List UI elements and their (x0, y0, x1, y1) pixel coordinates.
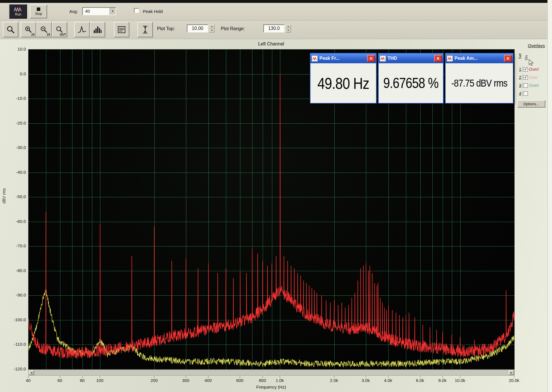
chart-title: Left Channel (28, 41, 514, 47)
zoom-in-2x-button[interactable]: 2X (21, 22, 36, 37)
avg-dropdown[interactable]: 40 ▼ (82, 7, 116, 15)
x-tick-label: 300 (176, 378, 196, 383)
scroll-right-arrow-icon[interactable]: ► (509, 370, 514, 375)
plot-top-label: Plot Top: (157, 26, 175, 31)
y-tick-label: -10.0 (7, 96, 26, 101)
magnify-button[interactable] (3, 22, 18, 37)
overlays-set-column-label: Set (518, 53, 522, 59)
y-tick-label: -120.0 (7, 366, 26, 371)
meter-title: Peak Fr... (319, 56, 365, 61)
vertical-scale-button[interactable] (137, 22, 153, 37)
x-tick-label: 6.0k (410, 378, 430, 383)
spinner-up-icon[interactable]: ▲ (285, 24, 291, 28)
x-tick-label: 3.0k (356, 378, 376, 383)
x-tick-label: 80 (72, 378, 92, 383)
spinner-up-icon[interactable]: ▲ (209, 24, 214, 28)
stop-button[interactable]: Stop (30, 5, 47, 18)
x-tick-label: 100 (90, 378, 110, 383)
meter-title: THD (388, 56, 432, 61)
overlay-4-on-checkbox[interactable] (524, 91, 528, 96)
overlay-4-number[interactable]: 4 (517, 91, 522, 96)
run-waveform-icon (14, 7, 22, 12)
overlays-on-column-label: On (524, 55, 528, 60)
overlay-1-on-checkbox[interactable]: ✓ (524, 67, 528, 72)
plot-range-input[interactable]: 130.0 (263, 24, 285, 32)
x-tick-mark (420, 376, 420, 378)
list-icon (117, 26, 126, 34)
bar-chart-icon (93, 26, 102, 34)
thd-titlebar[interactable]: THD ✕ (379, 53, 443, 63)
meter-body: 49.80 Hz (310, 63, 376, 103)
spinner-down-icon[interactable]: ▼ (209, 28, 214, 32)
x-tick-label: 20.0k (504, 378, 524, 383)
x-tick-mark (442, 376, 443, 378)
peak-frequency-window[interactable]: Peak Fr... ✕ 49.80 Hz (310, 53, 377, 104)
peak-amplitude-titlebar[interactable]: Peak Am... ✕ (446, 53, 513, 63)
plot-top-spinner[interactable]: ▲ ▼ (209, 24, 214, 32)
meter-window-icon (312, 56, 318, 62)
close-icon[interactable]: ✕ (434, 55, 442, 62)
x-tick-label: 400 (198, 378, 218, 383)
close-icon[interactable]: ✕ (504, 55, 512, 62)
bar-display-mode-button[interactable] (90, 22, 105, 37)
avg-label: Avg: (69, 9, 78, 14)
thd-window[interactable]: THD ✕ 9.67658 % (378, 53, 444, 104)
spinner-down-icon[interactable]: ▼ (285, 28, 291, 32)
run-button[interactable]: Run (9, 4, 27, 19)
overlay-3-label: Overl (529, 83, 538, 88)
dropdown-arrow-icon[interactable]: ▼ (110, 8, 116, 15)
x-tick-mark (262, 376, 263, 378)
overlay-row-2: 2 ✓ Over (517, 74, 552, 81)
vertical-scale-icon (141, 25, 149, 34)
plot-range-spinner[interactable]: ▲ ▼ (285, 24, 291, 32)
meter-body: -87.75 dBV rms (446, 63, 513, 103)
overlay-1-number[interactable]: 1 (517, 66, 522, 72)
overlay-row-3: 3 Overl (517, 82, 552, 89)
y-tick-label: -80.0 (7, 268, 26, 273)
plot-top-input[interactable]: 10.00 (187, 24, 208, 32)
trace-left-channel-spectrum (28, 74, 514, 359)
y-tick-label: -70.0 (7, 243, 26, 248)
x-tick-mark (280, 376, 280, 378)
zoom-out-icon (40, 26, 48, 33)
options-button[interactable]: Options... (517, 100, 545, 108)
overlays-heading[interactable]: Overlays (528, 43, 545, 48)
overlay-2-number[interactable]: 2 (517, 74, 522, 80)
x-tick-mark (514, 376, 514, 378)
y-tick-label: 0.0 (7, 71, 26, 76)
screen-right-edge (547, 0, 552, 392)
checkmark-icon: ✓ (524, 67, 527, 71)
plot-h-scrollbar[interactable]: ◄ ► (28, 370, 515, 376)
y-axis-title: dBV rms (2, 183, 7, 209)
zoom-out-full-button[interactable]: OUT (52, 22, 67, 37)
zoom-full-caption: OUT (60, 33, 66, 36)
checkmark-icon: ✓ (524, 75, 527, 79)
peak-amplitude-window[interactable]: Peak Am... ✕ -87.75 dBV rms (445, 53, 513, 104)
close-icon[interactable]: ✕ (367, 55, 375, 62)
peak-hold-checkbox[interactable] (134, 8, 139, 13)
x-tick-mark (82, 376, 83, 378)
x-tick-mark (460, 376, 460, 378)
overlay-2-label: Over (529, 75, 538, 80)
plot-toolbar: 2X 2X OUT (0, 20, 552, 39)
thd-value: 9.67658 % (383, 75, 438, 91)
zoom-full-icon (56, 26, 63, 33)
x-tick-mark (100, 376, 100, 378)
peak-trace-mode-button[interactable] (74, 22, 90, 37)
x-tick-mark (366, 376, 366, 378)
peak-frequency-value: 49.80 Hz (317, 74, 369, 93)
x-tick-label: 60 (50, 378, 70, 383)
peak-frequency-titlebar[interactable]: Peak Fr... ✕ (310, 53, 376, 63)
x-tick-label: 4.0k (378, 378, 398, 383)
zoom-out-2x-button[interactable]: 2X (36, 22, 52, 37)
y-tick-label: -40.0 (7, 170, 26, 175)
overlay-row-1: 1 ✓ Overl (517, 66, 552, 73)
data-list-button[interactable] (114, 22, 129, 37)
scroll-left-arrow-icon[interactable]: ◄ (29, 370, 34, 375)
overlay-3-on-checkbox[interactable] (524, 83, 528, 88)
zoom-in-icon (25, 26, 32, 33)
y-tick-label: -50.0 (7, 194, 26, 199)
overlay-2-on-checkbox[interactable]: ✓ (524, 75, 528, 80)
peak-curve-icon (77, 25, 87, 34)
overlay-3-number[interactable]: 3 (517, 83, 522, 88)
